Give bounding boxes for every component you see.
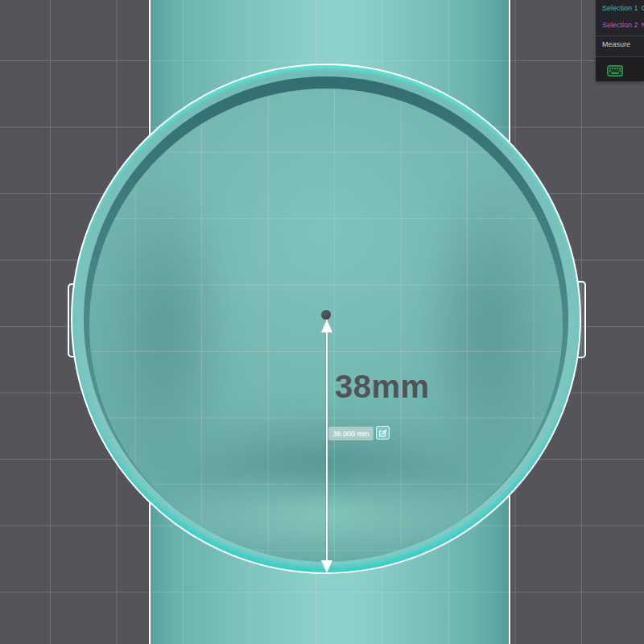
port-rim-face[interactable] <box>71 64 581 574</box>
keyboard-icon[interactable] <box>607 65 623 76</box>
measure-row[interactable]: Measure <box>602 40 630 48</box>
measure-label: Measure <box>602 40 630 48</box>
edit-dimension-button[interactable] <box>376 426 390 440</box>
selection-1-value: C <box>642 4 644 12</box>
panel-divider <box>596 35 644 36</box>
selection-1-row[interactable]: Selection 1C <box>602 4 644 12</box>
selection-2-row[interactable]: Selection 2N <box>602 21 644 29</box>
edit-dimension-icon <box>379 429 387 437</box>
selection-2-value: N <box>642 21 644 29</box>
measure-panel[interactable]: Selection 1C Selection 2N Measure <box>596 0 644 81</box>
selected-circular-face[interactable] <box>89 89 563 562</box>
grid-overlay-on-face <box>89 89 563 562</box>
selection-1-label: Selection 1 <box>602 4 638 12</box>
panel-footer <box>596 57 644 81</box>
selection-2-label: Selection 2 <box>602 21 638 29</box>
